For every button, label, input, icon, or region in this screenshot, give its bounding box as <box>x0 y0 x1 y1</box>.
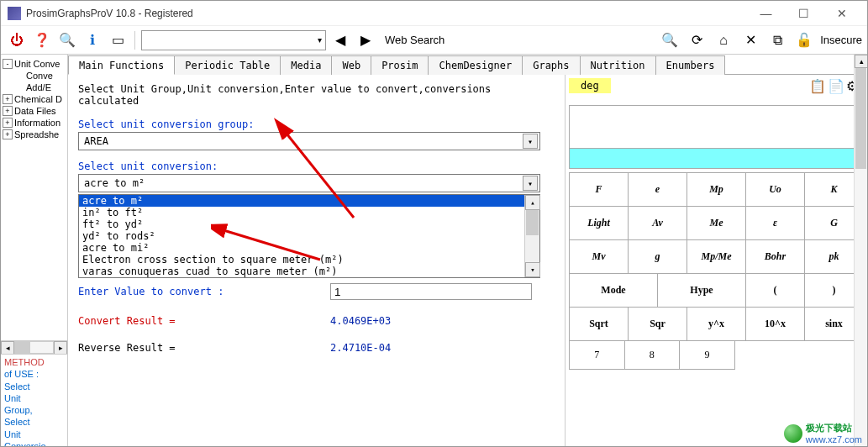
tab-web[interactable]: Web <box>331 55 371 75</box>
tab-prosim[interactable]: Prosim <box>371 55 429 75</box>
calc-key-g[interactable]: g <box>629 240 687 274</box>
calc-key-mpme[interactable]: Mp/Me <box>687 240 746 274</box>
calc-key-hype[interactable]: Hype <box>658 274 746 308</box>
tree-item[interactable]: +Data Files <box>3 105 66 117</box>
group-dropdown[interactable]: AREA ▾ <box>78 132 540 150</box>
calc-key-mode[interactable]: Mode <box>570 274 658 308</box>
calc-key-bohr[interactable]: Bohr <box>746 240 805 274</box>
reverse-result-label: Reverse Result = <box>78 342 330 354</box>
calc-key-sqrt[interactable]: Sqrt <box>570 308 629 341</box>
calc-key-uo[interactable]: Uo <box>746 173 805 207</box>
tab-chemdesigner[interactable]: ChemDesigner <box>428 55 523 75</box>
calc-key-mv[interactable]: Mv <box>570 240 629 274</box>
calc-key-[interactable]: ε <box>746 207 805 240</box>
main-panel: Select Unit Group,Unit conversion,Enter … <box>68 75 565 446</box>
search-small-icon[interactable]: 🔍 <box>56 29 78 51</box>
add-sheet-icon[interactable]: 📄 <box>828 78 844 94</box>
tree[interactable]: -Unit ConveConveAdd/E+Chemical D+Data Fi… <box>1 55 67 340</box>
reverse-result-value: 2.4710E-04 <box>330 342 391 354</box>
tree-item[interactable]: +Spreadshe <box>3 129 66 140</box>
zoom-icon[interactable]: 🔍 <box>659 29 681 51</box>
calc-key-mp[interactable]: Mp <box>687 173 746 207</box>
tree-item[interactable]: +Chemical D <box>3 93 66 105</box>
help-icon[interactable]: ❓ <box>31 29 53 51</box>
calc-key-[interactable]: ( <box>746 274 805 308</box>
watermark: 极光下载站 www.xz7.com <box>784 422 862 444</box>
list-item[interactable]: Electron cross section to square meter (… <box>79 254 524 266</box>
unlock-icon[interactable]: 🔓 <box>793 29 815 51</box>
value-input[interactable] <box>330 283 532 300</box>
list-item[interactable]: varas conuqueras cuad to square meter (m… <box>79 266 524 277</box>
copy-icon[interactable]: ⧉ <box>766 29 788 51</box>
calc-key-7[interactable]: 7 <box>570 341 625 370</box>
listbox-scrollbar[interactable]: ▴ ▾ <box>524 195 539 277</box>
power-icon[interactable]: ⏻ <box>6 29 28 51</box>
tree-item[interactable]: +Information <box>3 117 66 129</box>
tree-item[interactable]: -Unit Conve <box>3 58 66 70</box>
dropdown-arrow-icon: ▾ <box>523 176 538 191</box>
refresh-icon[interactable]: ⟳ <box>686 29 708 51</box>
tab-main-functions[interactable]: Main Functions <box>68 55 175 75</box>
conversion-value: acre to m² <box>84 177 145 189</box>
maximize-button[interactable]: ☐ <box>785 1 823 26</box>
calc-key-9[interactable]: 9 <box>680 341 735 370</box>
convert-result-label: Convert Result = <box>78 315 330 327</box>
list-item[interactable]: in² to ft² <box>79 207 524 218</box>
instruction-text: Select Unit Group,Unit conversion,Enter … <box>78 83 555 107</box>
calc-key-f[interactable]: F <box>570 173 629 207</box>
web-search-label: Web Search <box>385 34 445 46</box>
conversion-listbox[interactable]: acre to m²in² to ft²ft² to yd²yd² to rod… <box>78 194 540 278</box>
toolbar: ⏻ ❓ 🔍 ℹ ▭ ▾ ◀ ▶ Web Search 🔍 ⟳ ⌂ ✕ ⧉ 🔓 I… <box>1 26 867 55</box>
tabs: Main FunctionsPeriodic TableMediaWebPros… <box>68 55 867 75</box>
calc-display-result <box>570 148 863 168</box>
calc-key-light[interactable]: Light <box>570 207 629 240</box>
tab-graphs[interactable]: Graphs <box>522 55 580 75</box>
page-v-scrollbar[interactable]: ▴ <box>854 55 867 446</box>
nav-forward-icon[interactable]: ▶ <box>355 29 376 51</box>
calculator-panel: deg 📋 📄 ⚙ ▾ FeMpUoKLightAvMeεGMvgMp/MeBo… <box>565 75 867 446</box>
dropdown-arrow-icon: ▾ <box>523 134 538 149</box>
paste-icon[interactable]: 📋 <box>809 78 826 94</box>
group-label: Select unit conversion group: <box>78 118 555 130</box>
sidebar: -Unit ConveConveAdd/E+Chemical D+Data Fi… <box>1 55 68 446</box>
group-value: AREA <box>84 135 108 147</box>
insecure-label: Insecure <box>820 34 862 46</box>
tab-nutrition[interactable]: Nutrition <box>580 55 656 75</box>
list-item[interactable]: yd² to rods² <box>79 230 524 242</box>
enter-label: Enter Value to convert : <box>78 286 330 297</box>
tree-h-scroll[interactable]: ◂ ▸ <box>1 340 67 354</box>
title-bar: ProsimGraphsProV 10.8 - Registered — ☐ ✕ <box>1 1 867 26</box>
calc-key-av[interactable]: Av <box>629 207 687 240</box>
window-icon[interactable]: ▭ <box>107 29 129 51</box>
tree-item[interactable]: Add/E <box>3 82 66 93</box>
calc-key-e[interactable]: e <box>629 173 687 207</box>
calc-key-10x[interactable]: 10^x <box>746 308 805 341</box>
delete-icon[interactable]: ✕ <box>739 29 761 51</box>
watermark-name: 极光下载站 <box>806 422 862 434</box>
window-title: ProsimGraphsProV 10.8 - Registered <box>26 8 747 19</box>
tab-enumbers[interactable]: Enumbers <box>655 55 726 75</box>
deg-mode-label: deg <box>569 78 611 93</box>
watermark-url: www.xz7.com <box>806 434 862 444</box>
app-icon <box>8 7 21 20</box>
search-combo[interactable]: ▾ <box>141 30 326 50</box>
calc-key-me[interactable]: Me <box>687 207 746 240</box>
calc-key-yx[interactable]: y^x <box>687 308 746 341</box>
info-icon[interactable]: ℹ <box>82 29 103 51</box>
list-item[interactable]: acre to m² <box>79 195 524 207</box>
list-item[interactable]: ft² to yd² <box>79 218 524 230</box>
calc-key-8[interactable]: 8 <box>625 341 681 370</box>
conversion-dropdown[interactable]: acre to m² ▾ <box>78 174 540 192</box>
tab-periodic-table[interactable]: Periodic Table <box>174 55 281 75</box>
minimize-button[interactable]: — <box>747 1 785 26</box>
home-icon[interactable]: ⌂ <box>713 29 734 51</box>
content: Main FunctionsPeriodic TableMediaWebPros… <box>68 55 867 446</box>
convert-result-value: 4.0469E+03 <box>330 315 391 327</box>
calc-key-sqr[interactable]: Sqr <box>629 308 687 341</box>
tree-item[interactable]: Conve <box>3 70 66 82</box>
calc-display <box>569 105 864 169</box>
close-button[interactable]: ✕ <box>823 1 860 26</box>
tab-media[interactable]: Media <box>280 55 332 75</box>
nav-back-icon[interactable]: ◀ <box>329 29 351 51</box>
list-item[interactable]: acre to mi² <box>79 242 524 254</box>
